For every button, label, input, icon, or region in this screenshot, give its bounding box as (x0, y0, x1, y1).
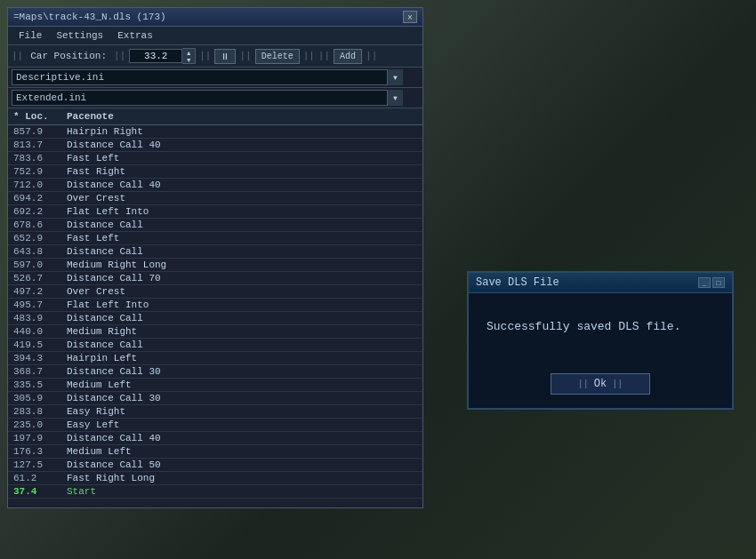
table-row[interactable]: 497.2Over Crest (8, 285, 422, 299)
cell-loc: 495.7 (8, 299, 61, 311)
dialog-minimize[interactable]: _ (698, 277, 711, 288)
cell-pacenote: Distance Call 30 (61, 392, 422, 404)
table-row[interactable]: 694.2Over Crest (8, 192, 422, 205)
cell-pacenote: Distance Call 40 (61, 432, 422, 444)
car-position-label: Car Position: (27, 51, 110, 61)
close-button[interactable]: × (403, 11, 417, 23)
cell-pacenote: Hairpin Right (61, 125, 422, 138)
toolbar-sep2: || (114, 51, 125, 61)
cell-pacenote: Distance Call (61, 245, 422, 258)
table-row[interactable]: 678.6Distance Call (8, 219, 422, 232)
cell-loc: 37.4 (8, 485, 61, 498)
cell-loc: 643.8 (8, 245, 61, 258)
table-header: * Loc. Pacenote (8, 108, 422, 125)
cell-loc: 497.2 (8, 285, 61, 298)
descriptive-wrapper: Descriptive.ini ▼ (12, 69, 403, 85)
cell-loc: 652.9 (8, 232, 61, 244)
cell-pacenote: Medium Left (61, 379, 422, 391)
cell-pacenote: Medium Left (61, 445, 422, 458)
table-row[interactable]: 712.0Distance Call 40 (8, 179, 422, 192)
save-dialog: Save DLS File _ □ Successfully saved DLS… (467, 271, 734, 410)
cell-pacenote: Distance Call (61, 312, 422, 324)
cell-pacenote: Over Crest (61, 285, 422, 298)
dialog-ok-button[interactable]: || Ok || (551, 373, 650, 395)
cell-pacenote: Distance Call 30 (61, 365, 422, 378)
cell-pacenote: Fast Right (61, 165, 422, 178)
cell-loc: 692.2 (8, 205, 61, 218)
table-row[interactable]: 495.7Flat Left Into (8, 299, 422, 312)
cell-loc: 305.9 (8, 392, 61, 404)
dialog-message: Successfully saved DLS file. (487, 320, 680, 333)
table-row[interactable]: 197.9Distance Call 40 (8, 432, 422, 445)
dialog-maximize[interactable]: □ (712, 277, 725, 288)
cell-loc: 483.9 (8, 312, 61, 324)
table-row[interactable]: 368.7Distance Call 30 (8, 365, 422, 379)
cell-loc: 440.0 (8, 325, 61, 338)
table-row[interactable]: 483.9Distance Call (8, 312, 422, 325)
cell-loc: 526.7 (8, 272, 61, 284)
table-row[interactable]: 127.5Distance Call 50 (8, 459, 422, 472)
dialog-body: Successfully saved DLS file. (469, 293, 732, 364)
ok-label: Ok (594, 378, 607, 390)
table-body[interactable]: 857.9Hairpin Right813.7Distance Call 407… (8, 125, 422, 507)
pause-button[interactable]: ⏸ (214, 49, 236, 64)
menu-extras[interactable]: Extras (110, 28, 160, 43)
window-title: =Maps\track-43_N.dls (173) (13, 12, 166, 22)
menu-file[interactable]: File (12, 28, 49, 43)
cell-pacenote: Distance Call 40 (61, 139, 422, 151)
cell-loc: 813.7 (8, 139, 61, 151)
table-row[interactable]: 394.3Hairpin Left (8, 352, 422, 365)
extended-select[interactable]: Extended.ini (12, 90, 403, 106)
table-container: * Loc. Pacenote 857.9Hairpin Right813.7D… (8, 108, 422, 507)
table-row[interactable]: 61.2Fast Right Long (8, 472, 422, 485)
title-bar: =Maps\track-43_N.dls (173) × (8, 8, 422, 27)
cell-pacenote: Flat Left Into (61, 299, 422, 311)
table-row[interactable]: 752.9Fast Right (8, 165, 422, 179)
spinbox-down[interactable]: ▼ (182, 56, 195, 63)
cell-loc: 419.5 (8, 339, 61, 351)
cell-loc: 283.8 (8, 405, 61, 418)
table-row[interactable]: 597.0Medium Right Long (8, 259, 422, 272)
toolbar: || Car Position: || ▲ ▼ || ⏸ || Delete |… (8, 45, 422, 68)
cell-loc: 197.9 (8, 432, 61, 444)
table-row[interactable]: 37.4Start (8, 485, 422, 499)
cell-loc: 752.9 (8, 165, 61, 178)
table-row[interactable]: 783.6Fast Left (8, 152, 422, 165)
cell-loc: 176.3 (8, 445, 61, 458)
table-row[interactable]: 652.9Fast Left (8, 232, 422, 245)
descriptive-select[interactable]: Descriptive.ini (12, 69, 403, 85)
cell-pacenote: Medium Right Long (61, 259, 422, 271)
add-button[interactable]: Add (334, 49, 362, 64)
cell-pacenote: Over Crest (61, 192, 422, 204)
menu-settings[interactable]: Settings (49, 28, 110, 43)
table-row[interactable]: 176.3Medium Left (8, 445, 422, 459)
cell-pacenote: Fast Right Long (61, 472, 422, 484)
table-row[interactable]: 692.2Flat Left Into (8, 205, 422, 219)
car-position-spinbox: ▲ ▼ (129, 48, 196, 64)
table-row[interactable]: 305.9Distance Call 30 (8, 392, 422, 405)
cell-loc: 61.2 (8, 472, 61, 484)
table-row[interactable]: 857.9Hairpin Right (8, 125, 422, 139)
cell-pacenote: Fast Left (61, 152, 422, 164)
cell-loc: 335.5 (8, 379, 61, 391)
table-row[interactable]: 235.0Easy Left (8, 419, 422, 432)
dialog-footer: || Ok || (469, 364, 732, 408)
cell-pacenote: Distance Call (61, 219, 422, 231)
cell-pacenote: Easy Right (61, 405, 422, 418)
cell-loc: 678.6 (8, 219, 61, 231)
table-row[interactable]: 526.7Distance Call 70 (8, 272, 422, 285)
spinbox-up[interactable]: ▲ (182, 49, 195, 56)
cell-loc: 127.5 (8, 459, 61, 471)
table-row[interactable]: 419.5Distance Call (8, 339, 422, 352)
delete-button[interactable]: Delete (255, 49, 300, 64)
table-row[interactable]: 440.0Medium Right (8, 325, 422, 339)
cell-pacenote: Flat Left Into (61, 205, 422, 218)
table-row[interactable]: 643.8Distance Call (8, 245, 422, 259)
car-position-input[interactable] (129, 49, 182, 63)
table-row[interactable]: 813.7Distance Call 40 (8, 139, 422, 152)
cell-loc: 783.6 (8, 152, 61, 164)
dialog-title: Save DLS File (476, 276, 559, 289)
table-row[interactable]: 335.5Medium Left (8, 379, 422, 392)
table-row[interactable]: 283.8Easy Right (8, 405, 422, 419)
cell-pacenote: Distance Call (61, 339, 422, 351)
